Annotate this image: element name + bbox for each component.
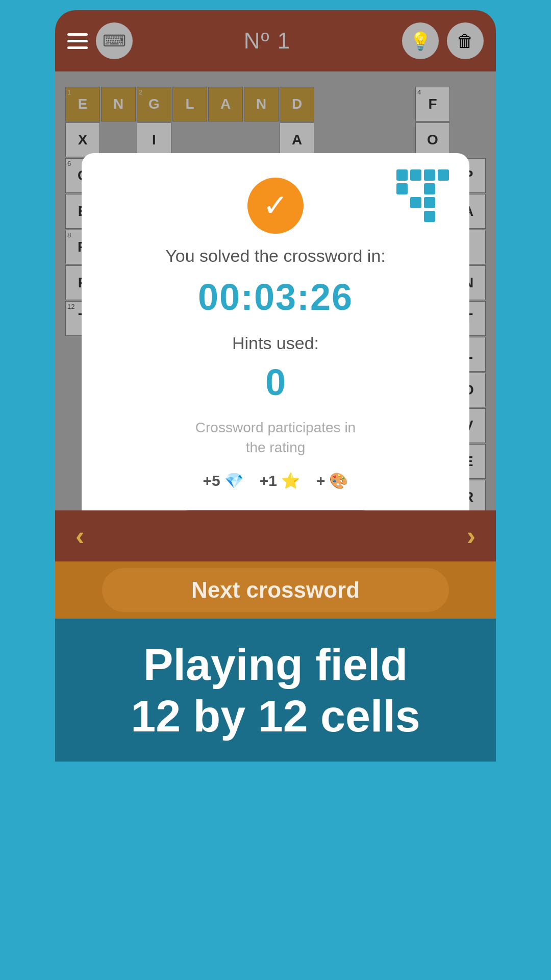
next-arrow[interactable]: › xyxy=(467,521,475,551)
logo-cell xyxy=(396,183,408,194)
app-header: ⌨ Nº 1 💡 🗑 xyxy=(55,10,496,71)
logo-cell-empty xyxy=(396,197,408,208)
hints-count: 0 xyxy=(265,361,286,403)
logo-cell xyxy=(438,169,449,181)
bulb-icon: 💡 xyxy=(410,31,431,51)
logo-cell xyxy=(396,169,408,181)
checkmark-icon: ✓ xyxy=(263,190,288,221)
trash-icon: 🗑 xyxy=(457,31,474,51)
logo-cell xyxy=(410,169,421,181)
star-icon: ⭐ xyxy=(281,472,300,489)
completion-modal: ✓ You solved the crossword in: 00:03:26 … xyxy=(82,153,469,510)
delete-button[interactable]: 🗑 xyxy=(447,22,484,59)
logo-cell-empty xyxy=(396,211,408,222)
ok-button[interactable]: OK xyxy=(168,510,383,510)
crossword-area: 1E N 2G L A N D X I A 6C xyxy=(55,71,496,510)
logo-cell xyxy=(410,197,421,208)
menu-button[interactable] xyxy=(67,33,88,49)
prev-arrow[interactable]: ‹ xyxy=(76,521,84,551)
rewards-row: +5 💎 +1 ⭐ + 🎨 xyxy=(203,472,348,489)
reward-bonus-value: + xyxy=(316,472,325,489)
logo-cell xyxy=(424,183,435,194)
modal-overlay: ✓ You solved the crossword in: 00:03:26 … xyxy=(55,71,496,510)
bonus-icon: 🎨 xyxy=(329,472,348,489)
reward-stars-value: +1 xyxy=(260,472,277,489)
logo-cell xyxy=(424,211,435,222)
hints-label: Hints used: xyxy=(232,333,319,353)
nav-bar: ‹ › xyxy=(55,510,496,561)
promo-line1: Playing field xyxy=(143,639,408,690)
logo-cell-empty xyxy=(410,211,421,222)
promo-bar: Playing field 12 by 12 cells xyxy=(55,619,496,762)
header-right-controls: 💡 🗑 xyxy=(402,22,484,59)
solved-text: You solved the crossword in: xyxy=(165,246,386,266)
reward-stars: +1 ⭐ xyxy=(260,472,300,489)
hint-button[interactable]: 💡 xyxy=(402,22,439,59)
reward-diamonds: +5 💎 xyxy=(203,472,243,489)
completion-time: 00:03:26 xyxy=(198,276,353,318)
diamond-icon: 💎 xyxy=(224,472,243,489)
puzzle-number: Nº 1 xyxy=(244,28,291,54)
next-crossword-button[interactable]: Next crossword xyxy=(102,568,449,612)
phone-frame: ⌨ Nº 1 💡 🗑 1E N 2G L A N D X xyxy=(55,10,496,806)
logo-cell xyxy=(424,169,435,181)
rating-text: Crossword participates inthe rating xyxy=(195,418,356,457)
header-left-controls: ⌨ xyxy=(67,22,133,59)
logo-cell-empty xyxy=(438,183,449,194)
success-icon: ✓ xyxy=(247,178,304,234)
keyboard-icon: ⌨ xyxy=(103,31,126,51)
logo-cell xyxy=(424,197,435,208)
next-button-area: Next crossword xyxy=(55,561,496,619)
logo-cell-empty xyxy=(438,211,449,222)
logo-cell-empty xyxy=(410,183,421,194)
next-crossword-label: Next crossword xyxy=(191,577,360,603)
reward-bonus: + 🎨 xyxy=(316,472,348,489)
reward-diamonds-value: +5 xyxy=(203,472,220,489)
promo-line2: 12 by 12 cells xyxy=(131,691,420,741)
promo-text: Playing field 12 by 12 cells xyxy=(131,639,420,742)
logo-cell-empty xyxy=(438,197,449,208)
app-logo xyxy=(396,169,449,222)
keyboard-button[interactable]: ⌨ xyxy=(96,22,133,59)
